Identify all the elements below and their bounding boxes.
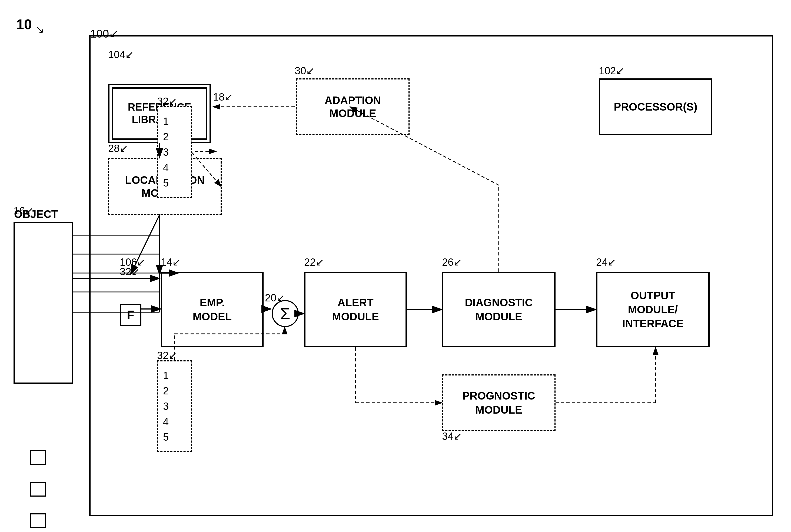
num4: 4 <box>163 160 186 175</box>
output-module-label: OUTPUTMODULE/INTERFACE <box>622 288 684 330</box>
processor-label: PROCESSOR(S) <box>614 101 697 113</box>
num-list-top: 1 2 3 4 5 <box>157 106 192 198</box>
emp-model-box: EMP.MODEL <box>161 272 264 347</box>
label-32c: 32↙ <box>157 349 177 361</box>
diagnostic-module-label: DIAGNOSTICMODULE <box>465 296 533 324</box>
emp-model-label: EMP.MODEL <box>193 296 232 324</box>
diagnostic-module-box: DIAGNOSTICMODULE <box>442 272 556 347</box>
label-32a: 32↙ <box>157 95 177 107</box>
label-28: 28↙ <box>108 142 128 154</box>
processor-box: PROCESSOR(S) <box>599 78 712 135</box>
bnum4: 4 <box>163 414 186 430</box>
object-box <box>14 222 73 384</box>
label-22: 22↙ <box>304 256 324 268</box>
bnum3: 3 <box>163 399 186 414</box>
object-sensors <box>30 450 46 532</box>
label-14: 14↙ <box>161 256 181 268</box>
alert-module-label: ALERTMODULE <box>332 296 379 324</box>
diagram: 10 ↘ 104↙ REFERENCELIBRARY H 18↙ 30↙ ADA… <box>0 0 791 532</box>
sigma-circle: Σ <box>272 300 299 327</box>
bnum5: 5 <box>163 430 186 445</box>
label-26: 26↙ <box>442 256 462 268</box>
sensor-3 <box>30 513 46 528</box>
label-24: 24↙ <box>596 256 616 268</box>
prognostic-module-label: PROGNOSTICMODULE <box>463 389 535 417</box>
bnum2: 2 <box>163 383 186 399</box>
num1: 1 <box>163 114 186 129</box>
num5: 5 <box>163 175 186 191</box>
main-system-box: 104↙ REFERENCELIBRARY H 18↙ 30↙ ADAPTION… <box>89 35 773 516</box>
num-list-bottom: 1 2 3 4 5 <box>157 360 192 452</box>
label-34: 34↙ <box>442 430 462 442</box>
label-104: 104↙ <box>108 49 134 60</box>
sensor-1 <box>30 450 46 465</box>
f-label: F <box>127 308 134 322</box>
sensor-2 <box>30 482 46 497</box>
num3: 3 <box>163 145 186 160</box>
f-box: F <box>120 304 141 326</box>
fig-number-label: 10 <box>16 16 32 33</box>
label-102: 102↙ <box>599 65 624 77</box>
label-30: 30↙ <box>295 65 315 77</box>
bnum1: 1 <box>163 368 186 383</box>
adaption-module-label: ADAPTIONMODULE <box>325 94 381 120</box>
sigma-label: Σ <box>280 304 290 323</box>
object-label: OBJECT <box>14 208 58 220</box>
num2: 2 <box>163 129 186 145</box>
fig-arrow: ↘ <box>35 23 44 35</box>
alert-module-box: ALERTMODULE <box>304 272 407 347</box>
label-32b: 32↙ <box>120 266 140 278</box>
output-module-box: OUTPUTMODULE/INTERFACE <box>596 272 710 347</box>
adaption-module-box: ADAPTIONMODULE <box>296 78 409 135</box>
label-100: 100↙ <box>90 27 118 40</box>
label-18: 18↙ <box>213 91 233 103</box>
prognostic-module-box: PROGNOSTICMODULE <box>442 374 556 431</box>
